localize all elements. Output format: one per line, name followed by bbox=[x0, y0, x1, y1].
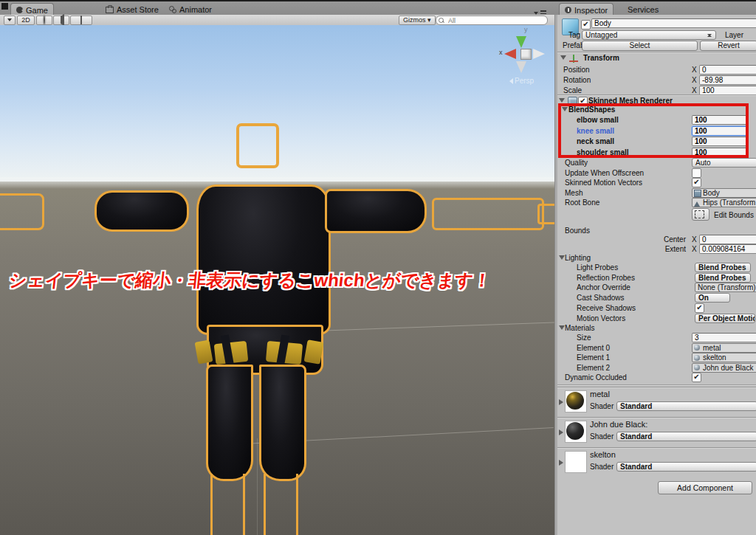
lighting-section: Lighting Light Probes Blend Probes Refle… bbox=[557, 253, 756, 324]
element-1-label: Element 1 bbox=[577, 353, 610, 362]
search-icon bbox=[439, 18, 444, 23]
tab-asset-store-label: Asset Store bbox=[117, 5, 159, 14]
prefab-select-button[interactable]: Select bbox=[582, 41, 698, 51]
gizmo-east-axis[interactable] bbox=[533, 49, 545, 59]
size-label: Size bbox=[577, 334, 591, 342]
asset-store-icon bbox=[106, 7, 114, 13]
audio-toggle[interactable] bbox=[53, 15, 69, 25]
position-x-field[interactable]: 0 bbox=[699, 65, 756, 75]
foldout-icon[interactable] bbox=[560, 55, 566, 60]
foldout-icon[interactable] bbox=[559, 98, 565, 103]
axis-y-label: y bbox=[524, 26, 528, 33]
add-component-button[interactable]: Add Component bbox=[658, 481, 752, 494]
light-probes-label: Light Probes bbox=[577, 263, 618, 272]
axis-label: X bbox=[692, 76, 697, 84]
material-preview-metal: metal Shader Standard bbox=[557, 387, 756, 415]
prefab-revert-button[interactable]: Revert bbox=[700, 41, 756, 51]
blendshapes-title: BlendShapes bbox=[568, 106, 615, 114]
foldout-icon[interactable] bbox=[562, 107, 568, 111]
tab-animator[interactable]: Animator bbox=[164, 3, 217, 15]
quality-dropdown[interactable]: Auto bbox=[692, 158, 756, 168]
element-2-field[interactable]: John due Black bbox=[692, 363, 756, 373]
lighting-toggle[interactable] bbox=[36, 15, 52, 25]
shader-dropdown[interactable]: Standard bbox=[616, 462, 756, 472]
axis-label: X bbox=[692, 66, 697, 74]
blendshape-value-field[interactable]: 100 bbox=[692, 137, 747, 146]
display-dropdown[interactable] bbox=[4, 15, 16, 25]
motion-vectors-label: Motion Vectors bbox=[577, 314, 625, 322]
bounds-center-x-field[interactable]: 0 bbox=[699, 235, 756, 244]
material-preview-thumb[interactable] bbox=[565, 451, 587, 473]
tab-services[interactable]: Services bbox=[622, 3, 664, 15]
receive-shadows-checkbox[interactable] bbox=[695, 303, 704, 313]
game-viewport[interactable]: シェイプキーで縮小・非表示にするこwhichとができます！ y x Persp bbox=[0, 25, 554, 535]
cast-shadows-label: Cast Shadows bbox=[577, 294, 624, 302]
blendshape-value-field[interactable]: 100 bbox=[692, 115, 747, 125]
root-bone-object-field[interactable]: Hips (Transform bbox=[692, 198, 756, 207]
gizmo-south-axis[interactable] bbox=[516, 61, 526, 73]
window-icon bbox=[1, 3, 8, 10]
inspector-panel: Body Tag Untagged Layer Prefab Select Re… bbox=[557, 15, 756, 535]
material-preview-thumb[interactable] bbox=[565, 390, 587, 413]
material-preview-thumb[interactable] bbox=[565, 421, 587, 443]
hidden-forearm-outline-right bbox=[432, 198, 544, 230]
element-2-label: Element 2 bbox=[577, 364, 610, 372]
blendshape-value-field[interactable]: 100 bbox=[692, 126, 747, 136]
gizmo-y-axis[interactable] bbox=[516, 36, 526, 48]
element-0-label: Element 0 bbox=[577, 344, 610, 352]
inspector-icon bbox=[565, 7, 571, 13]
hidden-hand-outline-right bbox=[537, 204, 554, 224]
2d-toggle[interactable]: 2D bbox=[17, 15, 35, 25]
character-torso bbox=[196, 184, 331, 335]
layer-label: Layer bbox=[725, 31, 743, 39]
edit-bounds-label: Edit Bounds bbox=[714, 211, 754, 219]
axis-label: X bbox=[692, 235, 697, 244]
bounds-icon bbox=[695, 210, 704, 218]
material-sphere-icon bbox=[694, 355, 700, 361]
tab-inspector-label: Inspector bbox=[574, 6, 608, 15]
gizmos-dropdown[interactable]: Gizmos ▾ bbox=[399, 15, 436, 25]
foldout-icon[interactable] bbox=[559, 255, 565, 260]
edit-bounds-button[interactable] bbox=[692, 208, 709, 221]
dynamic-occluded-checkbox[interactable] bbox=[692, 373, 701, 382]
anchor-override-label: Anchor Override bbox=[577, 283, 630, 291]
light-probes-dropdown[interactable]: Blend Probes bbox=[695, 263, 751, 272]
search-input[interactable] bbox=[447, 16, 546, 24]
scene-search[interactable] bbox=[436, 15, 548, 25]
shader-dropdown[interactable]: Standard bbox=[616, 401, 756, 411]
element-1-field[interactable]: skelton bbox=[692, 353, 756, 362]
tag-dropdown[interactable]: Untagged bbox=[582, 30, 716, 40]
rotation-x-field[interactable]: -89.98 bbox=[699, 75, 756, 85]
materials-title: Materials bbox=[565, 324, 595, 332]
annotation-text: シェイプキーで縮小・非表示にするこwhichとができます！ bbox=[7, 269, 482, 292]
root-bone-label: Root Bone bbox=[565, 199, 599, 207]
axis-label: X bbox=[692, 245, 697, 253]
scene-orientation-gizmo: y x Persp bbox=[502, 30, 549, 89]
foldout-icon[interactable] bbox=[559, 325, 565, 330]
blendshape-label: knee small bbox=[577, 127, 614, 135]
element-0-field[interactable]: metal bbox=[692, 343, 756, 353]
blendshape-value-field[interactable]: 100 bbox=[692, 148, 747, 157]
hidden-leg-outline bbox=[296, 474, 298, 535]
skinned-motion-checkbox[interactable] bbox=[692, 178, 701, 187]
gizmo-center-cube[interactable] bbox=[520, 49, 532, 60]
gizmo-x-axis[interactable] bbox=[504, 49, 516, 59]
reflection-probes-dropdown[interactable]: Blend Probes bbox=[695, 273, 751, 283]
smr-title: Skinned Mesh Renderer bbox=[588, 97, 673, 105]
gameobject-enabled-checkbox[interactable] bbox=[581, 20, 591, 30]
mesh-object-field[interactable]: Body bbox=[692, 188, 756, 198]
materials-size-field[interactable]: 3 bbox=[692, 333, 756, 342]
tab-asset-store[interactable]: Asset Store bbox=[100, 3, 164, 15]
anchor-override-field[interactable]: None (Transform) bbox=[695, 283, 756, 292]
skinned-motion-label: Skinned Motion Vectors bbox=[565, 179, 642, 187]
shader-dropdown[interactable]: Standard bbox=[616, 432, 756, 441]
update-offscreen-checkbox[interactable] bbox=[692, 168, 701, 178]
effects-dropdown[interactable] bbox=[70, 15, 92, 25]
transform-component: Transform Position X 0 Rotation X -89.98… bbox=[557, 53, 756, 94]
cast-shadows-dropdown[interactable]: On bbox=[695, 293, 730, 303]
motion-vectors-dropdown[interactable]: Per Object Motion bbox=[695, 314, 755, 323]
gameobject-name-field[interactable]: Body bbox=[591, 18, 756, 28]
game-view-icon bbox=[16, 7, 23, 13]
perspective-toggle[interactable]: Persp bbox=[506, 77, 534, 85]
lighting-title: Lighting bbox=[565, 254, 591, 262]
